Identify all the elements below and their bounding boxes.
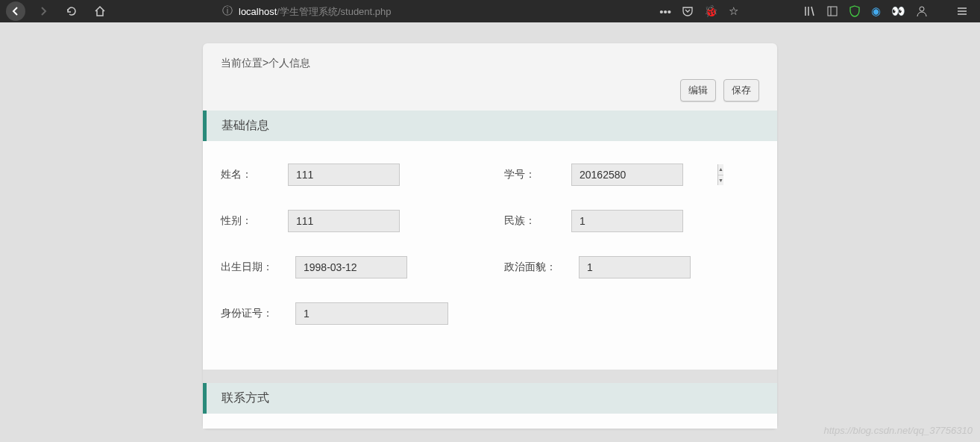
forward-button[interactable] [33,1,54,22]
account-icon[interactable] [916,5,928,17]
student-id-input[interactable]: ▲ ▼ [571,164,683,186]
pocket-icon[interactable] [682,5,694,17]
name-input[interactable] [288,164,400,186]
star-icon[interactable]: ☆ [729,4,738,18]
birth-date-input[interactable] [295,256,407,278]
gender-label: 性别： [221,214,288,228]
svg-rect-0 [828,7,837,16]
more-icon[interactable]: ••• [659,5,671,18]
id-number-input[interactable] [295,302,448,325]
political-input[interactable] [579,256,691,278]
breadcrumb: 当前位置>个人信息 [221,57,759,70]
back-button[interactable] [6,1,25,21]
watermark: https://blog.csdn.net/qq_37756310 [824,425,973,436]
url-bar[interactable]: ⓘ localhost/学生管理系统/student.php [222,4,652,19]
url-host: localhost [239,6,277,17]
edit-button[interactable]: 编辑 [680,79,716,102]
ethnicity-label: 民族： [504,214,571,228]
gender-input[interactable] [288,210,400,232]
id-number-label: 身份证号： [221,307,295,320]
reload-button[interactable] [61,1,82,22]
sidebar-icon[interactable] [826,5,838,17]
bug-icon[interactable]: 🐞 [704,4,718,18]
spinner-up-icon[interactable]: ▲ [718,164,723,175]
political-label: 政治面貌： [504,261,579,274]
name-label: 姓名： [221,168,288,181]
main-card: 当前位置>个人信息 编辑 保存 基础信息 姓名： 学号： ▲ [203,43,777,429]
menu-icon[interactable] [956,5,968,17]
circle-icon[interactable]: ◉ [871,4,881,18]
section-basic-info: 基础信息 [203,110,777,141]
student-id-label: 学号： [504,168,571,181]
browser-toolbar: ⓘ localhost/学生管理系统/student.php ••• 🐞 ☆ ◉… [0,0,980,22]
url-path: /学生管理系统/student.php [277,6,391,17]
svg-point-2 [920,7,924,11]
save-button[interactable]: 保存 [723,79,759,102]
section-contact: 联系方式 [203,383,777,414]
home-button[interactable] [89,1,110,22]
birth-date-label: 出生日期： [221,261,295,274]
shield-icon[interactable] [849,5,861,17]
eyes-icon[interactable]: 👀 [891,4,905,18]
spinner-down-icon[interactable]: ▼ [718,175,723,186]
info-icon: ⓘ [222,4,233,18]
ethnicity-input[interactable] [571,210,683,232]
library-icon[interactable] [804,5,816,17]
